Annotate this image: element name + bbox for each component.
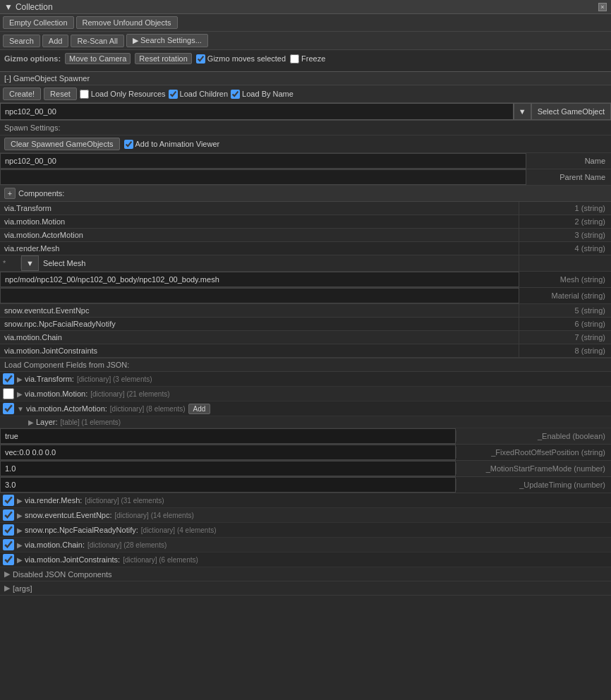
search-settings-button[interactable]: ▶ Search Settings... (126, 34, 208, 47)
component-type: 3 (string) (519, 229, 611, 241)
component-row: via.motion.JointConstraints 8 (string) (0, 344, 611, 358)
select-dropdown-button[interactable]: ▼ (514, 103, 531, 120)
json-item-chain: ▶ via.motion.Chain: [dictionary] (28 ele… (0, 538, 611, 553)
component-type: 5 (string) (519, 304, 611, 317)
select-mesh-dropdown[interactable]: ▼ (21, 255, 39, 271)
load-json-header: Load Component Fields from JSON: (0, 358, 611, 372)
create-button[interactable]: Create! (3, 88, 41, 100)
layer-row: ▶ Layer: [table] (1 elements) (0, 416, 611, 428)
load-only-label: Load Only Resources (91, 90, 166, 98)
empty-collection-button[interactable]: Empty Collection (3, 16, 74, 29)
eventnpc-checkbox[interactable] (3, 509, 14, 521)
mesh-path-input[interactable] (0, 272, 519, 287)
spawn-settings-header: Spawn Settings: (0, 121, 611, 135)
component-row: snow.npc.NpcFacialReadyNotify 6 (string) (0, 318, 611, 331)
load-only-checkbox[interactable] (80, 90, 89, 99)
select-gameobject-button[interactable]: Select GameObject (531, 103, 611, 120)
actormotion-checkbox[interactable] (3, 403, 14, 414)
expand-icon[interactable]: ▶ (17, 390, 23, 398)
reset-rotation-button[interactable]: Reset rotation (135, 53, 191, 64)
select-mesh-label: Select Mesh (39, 258, 90, 269)
render-mesh-checkbox[interactable] (3, 495, 14, 506)
fixed-root-input[interactable] (0, 445, 456, 460)
freeze-checkbox[interactable] (290, 54, 299, 64)
disabled-json-label: Disabled JSON Components (13, 570, 112, 579)
component-name: via.motion.Chain (0, 331, 519, 344)
load-json-section: Load Component Fields from JSON: ▶ via.T… (0, 358, 611, 567)
json-item-via-transform: ▶ via.Transform: [dictionary] (3 element… (0, 372, 611, 387)
title-bar: ▼ Collection × (0, 0, 611, 14)
triangle-icon: ▼ (4, 2, 13, 12)
rescan-button[interactable]: Re-Scan All (71, 35, 123, 47)
gizmo-moves-checkbox[interactable] (196, 54, 205, 64)
update-timing-label: _UpdateTiming (number) (456, 479, 611, 490)
load-by-name-checkbox[interactable] (231, 90, 240, 99)
remove-unfound-button[interactable]: Remove Unfound Objects (76, 16, 178, 29)
expand-icon[interactable]: ▶ (17, 556, 23, 564)
parent-name-input[interactable] (0, 169, 526, 185)
add-component-button[interactable]: + (4, 188, 16, 199)
expand-icon[interactable]: ▶ (28, 418, 34, 426)
update-timing-input[interactable] (0, 477, 456, 493)
extra-components-list: snow.eventcut.EventNpc 5 (string) snow.n… (0, 304, 611, 358)
motion-start-input[interactable] (0, 461, 456, 476)
args-label: [args] (13, 584, 32, 593)
search-toolbar: Search Add Re-Scan All ▶ Search Settings… (0, 32, 611, 50)
expand-icon: ▶ (4, 569, 10, 579)
component-row: via.motion.Motion 2 (string) (0, 215, 611, 229)
expand-icon[interactable]: ▶ (17, 541, 23, 549)
load-children-checkbox[interactable] (169, 90, 178, 99)
name-input[interactable] (0, 153, 526, 169)
chain-checkbox[interactable] (3, 539, 14, 550)
json-item-actormotion: ▼ via.motion.ActorMotion: [dictionary] (… (0, 402, 611, 416)
enabled-input[interactable] (0, 428, 456, 444)
expand-icon[interactable]: ▶ (17, 526, 23, 534)
select-gameobject-row: ▼ Select GameObject (0, 103, 611, 121)
expand-icon: ▶ (4, 584, 10, 593)
expand-icon[interactable]: ▶ (17, 512, 23, 519)
gizmo-label: Gizmo options: (4, 54, 61, 63)
expand-icon[interactable]: ▶ (17, 497, 23, 505)
close-button[interactable]: × (598, 3, 607, 11)
components-label: Components: (18, 189, 64, 198)
freeze-item: Freeze (290, 54, 325, 64)
args-row[interactable]: ▶ [args] (0, 581, 611, 596)
gizmo-moves-selected-item: Gizmo moves selected (196, 54, 286, 64)
via-motion-checkbox[interactable] (3, 388, 14, 399)
component-row: via.motion.Chain 7 (string) (0, 331, 611, 344)
load-only-resources-item: Load Only Resources (80, 90, 166, 99)
json-item-via-motion: ▶ via.motion.Motion: [dictionary] (21 el… (0, 387, 611, 402)
clear-spawned-button[interactable]: Clear Spawned GameObjects (4, 138, 120, 150)
jointconstraints-checkbox[interactable] (3, 554, 14, 565)
component-type: 8 (string) (519, 344, 611, 357)
add-actormotion-button[interactable]: Add (188, 404, 211, 414)
expand-icon[interactable]: ▶ (17, 375, 23, 383)
material-input[interactable] (0, 288, 519, 303)
facial-checkbox[interactable] (3, 524, 14, 536)
fixed-root-label: _FixedRootOffsetPosition (string) (456, 447, 611, 458)
disabled-json-row[interactable]: ▶ Disabled JSON Components (0, 567, 611, 581)
load-by-name-label: Load By Name (242, 90, 294, 98)
json-item-render-mesh: ▶ via.render.Mesh: [dictionary] (31 elem… (0, 493, 611, 508)
fixed-root-row: _FixedRootOffsetPosition (string) (0, 445, 611, 461)
component-type: 2 (string) (519, 215, 611, 228)
title-bar-label: Collection (16, 2, 53, 12)
via-transform-checkbox[interactable] (3, 373, 14, 385)
star-row: * ▼ Select Mesh (0, 255, 611, 272)
motion-start-row: _MotionStartFrameMode (number) (0, 461, 611, 477)
expand-icon[interactable]: ▼ (17, 405, 24, 413)
motion-start-label: _MotionStartFrameMode (number) (456, 463, 611, 474)
gameobject-input[interactable] (0, 103, 514, 120)
json-item-eventnpc: ▶ snow.eventcut.EventNpc: [dictionary] (… (0, 508, 611, 523)
add-to-animation-checkbox[interactable] (124, 140, 133, 149)
component-name: via.motion.JointConstraints (0, 344, 519, 357)
gizmo-moves-label: Gizmo moves selected (207, 54, 286, 63)
search-button[interactable]: Search (3, 35, 40, 47)
enabled-label: _Enabled (boolean) (456, 430, 611, 442)
move-to-camera-button[interactable]: Move to Camera (65, 53, 131, 64)
spawn-settings-toolbar: Clear Spawned GameObjects Add to Animati… (0, 135, 611, 153)
component-row: via.render.Mesh 4 (string) (0, 242, 611, 255)
reset-button[interactable]: Reset (44, 88, 77, 100)
add-button[interactable]: Add (42, 35, 69, 47)
component-name: via.Transform (0, 202, 519, 215)
